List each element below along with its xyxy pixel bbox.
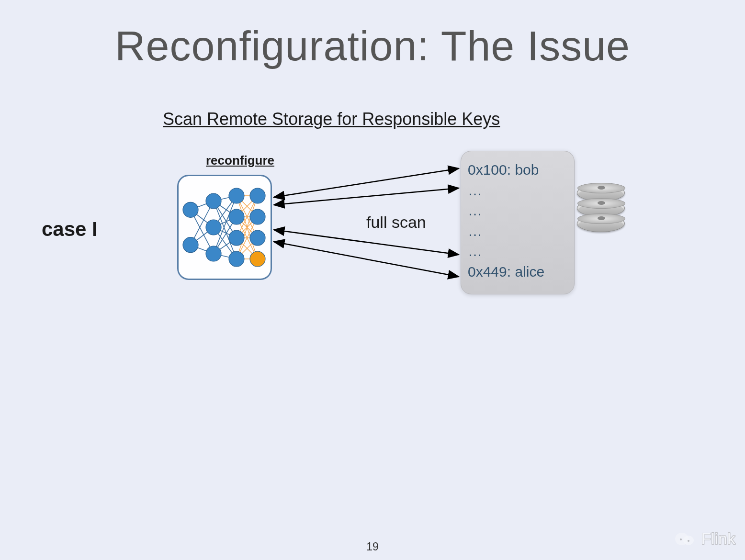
storage-entry: …	[468, 180, 567, 201]
storage-entry: …	[468, 241, 567, 262]
svg-point-42	[229, 251, 244, 267]
storage-entry: …	[468, 221, 567, 242]
svg-point-39	[229, 188, 244, 203]
svg-point-43	[250, 188, 265, 203]
watermark-text: Flink	[701, 529, 735, 548]
svg-point-41	[229, 230, 244, 246]
storage-entry: 0x449: alice	[468, 262, 567, 282]
subtitle: Scan Remote Storage for Responsible Keys	[163, 109, 500, 129]
svg-point-46	[250, 251, 265, 267]
svg-point-36	[206, 193, 221, 209]
svg-point-38	[206, 246, 221, 261]
fullscan-label: full scan	[366, 213, 426, 232]
storage-entry: 0x100: bob	[468, 160, 567, 180]
page-number: 19	[0, 540, 745, 553]
database-icon	[577, 184, 625, 230]
svg-point-56	[688, 540, 689, 542]
storage-entry: …	[468, 201, 567, 221]
svg-line-50	[274, 188, 459, 205]
svg-point-37	[206, 220, 221, 235]
storage-box: 0x100: bob … … … … 0x449: alice	[461, 151, 575, 294]
svg-point-35	[183, 237, 198, 253]
slide-title: Reconfiguration: The Issue	[0, 22, 745, 70]
watermark-icon	[674, 530, 696, 548]
topology-graph	[177, 175, 272, 280]
arrows	[0, 0, 745, 560]
reconfigure-label: reconfigure	[206, 153, 274, 168]
case-label: case I	[42, 218, 98, 241]
watermark: Flink	[674, 529, 735, 548]
svg-point-55	[680, 538, 682, 540]
svg-point-45	[250, 230, 265, 246]
svg-point-40	[229, 209, 244, 224]
svg-line-51	[274, 230, 459, 255]
svg-line-49	[274, 168, 459, 197]
svg-point-34	[183, 202, 198, 217]
svg-line-52	[274, 242, 459, 277]
svg-point-44	[250, 209, 265, 224]
